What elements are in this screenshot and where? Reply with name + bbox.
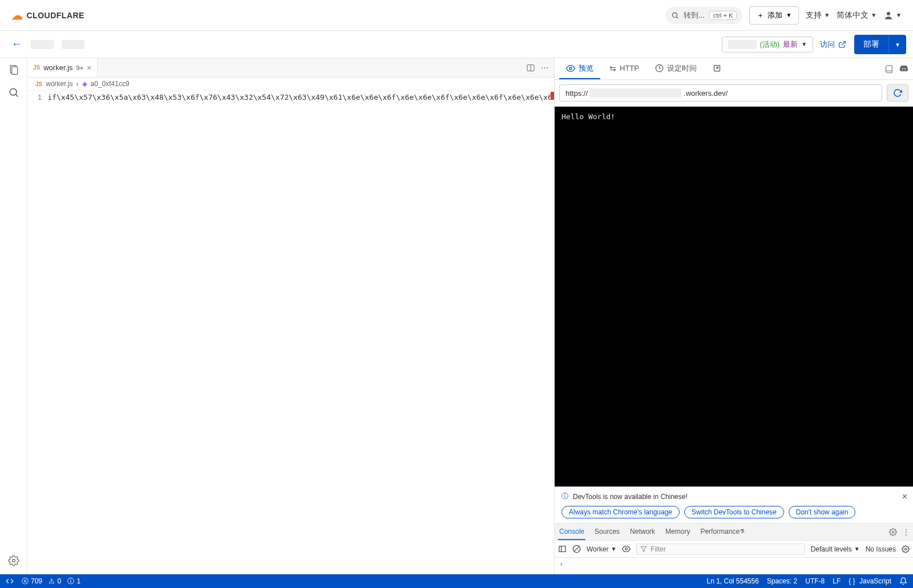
language-menu[interactable]: 简体中文 ▼ bbox=[837, 10, 876, 21]
info-icon: ⓘ bbox=[67, 577, 74, 586]
search-icon[interactable] bbox=[7, 86, 21, 99]
dont-show-button[interactable]: Don't show again bbox=[789, 506, 856, 518]
settings-icon[interactable] bbox=[7, 554, 21, 567]
problems-summary[interactable]: ⓧ709 ⚠0 ⓘ1 bbox=[22, 577, 80, 586]
sidebar-toggle-icon[interactable] bbox=[558, 545, 567, 553]
deploy-dropdown[interactable]: ▼ bbox=[888, 35, 906, 54]
clear-console-icon[interactable] bbox=[572, 545, 581, 553]
chevron-down-icon: ▼ bbox=[854, 546, 860, 552]
support-menu[interactable]: 支持 ▼ bbox=[806, 10, 830, 21]
activity-bar bbox=[0, 58, 27, 574]
tab-http[interactable]: ⇆ HTTP bbox=[603, 58, 646, 79]
svg-point-0 bbox=[672, 13, 677, 17]
svg-line-1 bbox=[677, 17, 678, 18]
tab-problems-badge: 9+ bbox=[76, 64, 84, 71]
gear-icon[interactable] bbox=[889, 528, 897, 536]
visit-link[interactable]: 访问 bbox=[820, 39, 846, 50]
indent-setting[interactable]: Spaces: 2 bbox=[767, 577, 797, 585]
encoding-setting[interactable]: UTF-8 bbox=[805, 577, 825, 585]
language-label: 简体中文 bbox=[837, 10, 868, 21]
refresh-button[interactable] bbox=[887, 84, 908, 102]
env-latest-badge: 最新 bbox=[783, 39, 798, 50]
filter-placeholder: Filter bbox=[651, 545, 666, 553]
split-editor-icon[interactable] bbox=[526, 63, 535, 72]
console-filter-input[interactable]: Filter bbox=[636, 544, 805, 555]
global-search[interactable]: 转到... ctrl + K bbox=[665, 7, 742, 24]
chevron-down-icon: ▼ bbox=[786, 12, 791, 18]
tab-schedule[interactable]: 设定时间 bbox=[648, 58, 704, 79]
notifications-icon[interactable] bbox=[899, 577, 907, 585]
tab-preview[interactable]: 预览 bbox=[559, 58, 600, 79]
devtools-tab-memory[interactable]: Memory bbox=[664, 524, 691, 540]
docs-icon[interactable] bbox=[884, 64, 894, 74]
devtools-tab-console[interactable]: Console bbox=[558, 524, 585, 540]
close-icon[interactable]: × bbox=[902, 492, 907, 502]
svg-point-11 bbox=[569, 67, 572, 70]
brand-logo[interactable]: ☁ CLOUDFLARE bbox=[11, 10, 84, 21]
svg-point-20 bbox=[625, 548, 628, 550]
chevron-down-icon: ▼ bbox=[611, 546, 616, 552]
chevron-down-icon: ▼ bbox=[824, 12, 830, 18]
tab-schedule-label: 设定时间 bbox=[667, 63, 697, 74]
search-shortcut: ctrl + K bbox=[709, 11, 737, 20]
switch-language-button[interactable]: Switch DevTools to Chinese bbox=[684, 506, 784, 518]
breadcrumb[interactable]: JS worker.js › ◈ a0_0xf41cc9 bbox=[27, 78, 554, 91]
search-label: 转到... bbox=[684, 10, 705, 21]
preview-url-input[interactable]: https:// .workers.dev/ bbox=[559, 84, 882, 102]
devtools-console-toolbar: Worker ▼ Filter Default levels ▼ No Issu… bbox=[555, 540, 913, 557]
cursor-position[interactable]: Ln 1, Col 554556 bbox=[706, 577, 758, 585]
url-subdomain-redacted bbox=[590, 88, 681, 98]
brand-text: CLOUDFLARE bbox=[27, 11, 84, 20]
eye-icon bbox=[566, 64, 575, 73]
issues-label[interactable]: No Issues bbox=[866, 545, 896, 553]
overview-error-marker[interactable] bbox=[551, 92, 554, 100]
top-header: ☁ CLOUDFLARE 转到... ctrl + K ＋ 添加 ▼ 支持 ▼ … bbox=[0, 0, 913, 31]
environment-selector[interactable]: (活动) 最新 ▼ bbox=[722, 37, 814, 52]
add-button[interactable]: ＋ 添加 ▼ bbox=[749, 6, 799, 25]
external-link-icon bbox=[838, 40, 846, 48]
worker-name-redacted bbox=[62, 40, 84, 49]
code-editor[interactable]: 1 if\x45\x57\x36\x5a\x63\x48\x53\x6f\x76… bbox=[27, 91, 554, 574]
swap-icon: ⇆ bbox=[609, 64, 616, 73]
log-levels-select[interactable]: Default levels ▼ bbox=[811, 545, 860, 553]
devtools-tab-sources[interactable]: Sources bbox=[593, 524, 621, 540]
user-menu[interactable]: ▼ bbox=[883, 10, 902, 21]
gear-icon[interactable] bbox=[902, 545, 910, 553]
url-suffix: .workers.dev/ bbox=[684, 89, 728, 98]
explorer-icon[interactable] bbox=[7, 63, 21, 76]
devtools-tab-performance[interactable]: Performance ⚗ bbox=[699, 524, 746, 540]
language-mode[interactable]: { } JavaScript bbox=[849, 577, 891, 585]
warning-icon: ⚠ bbox=[49, 577, 55, 585]
symbol-icon: ◈ bbox=[82, 80, 87, 88]
tab-popout[interactable] bbox=[706, 58, 728, 79]
svg-marker-21 bbox=[641, 546, 647, 551]
line-number: 1 bbox=[27, 93, 42, 102]
console-prompt[interactable]: › bbox=[555, 557, 913, 574]
back-button[interactable]: ← bbox=[7, 36, 26, 52]
devtools-tab-network[interactable]: Network bbox=[629, 524, 656, 540]
more-vertical-icon[interactable]: ⋮ bbox=[903, 528, 910, 536]
env-name-redacted bbox=[728, 40, 757, 49]
more-icon[interactable]: ⋯ bbox=[541, 63, 548, 72]
svg-rect-16 bbox=[559, 546, 565, 552]
close-icon[interactable]: × bbox=[87, 63, 91, 72]
always-match-button[interactable]: Always match Chrome's language bbox=[561, 506, 680, 518]
deploy-button[interactable]: 部署 bbox=[854, 35, 888, 54]
discord-icon[interactable] bbox=[899, 64, 908, 74]
info-icon: ⓘ bbox=[561, 492, 568, 501]
tab-preview-label: 预览 bbox=[579, 63, 593, 74]
editor-column: JS worker.js 9+ × ⋯ JS worker.js › ◈ a0_… bbox=[27, 58, 555, 574]
cloud-icon: ☁ bbox=[11, 10, 23, 21]
plus-icon: ＋ bbox=[757, 10, 764, 21]
clock-icon bbox=[655, 64, 664, 72]
popout-icon bbox=[713, 64, 721, 72]
js-icon: JS bbox=[35, 81, 42, 87]
env-active-badge: (活动) bbox=[760, 39, 780, 50]
live-expression-icon[interactable] bbox=[622, 545, 631, 553]
remote-indicator[interactable] bbox=[6, 577, 14, 585]
preview-frame: Hello World! bbox=[555, 107, 913, 486]
eol-setting[interactable]: LF bbox=[833, 577, 841, 585]
file-tab-worker[interactable]: JS worker.js 9+ × bbox=[27, 58, 98, 77]
svg-point-2 bbox=[887, 12, 890, 15]
console-scope-select[interactable]: Worker ▼ bbox=[587, 545, 616, 553]
